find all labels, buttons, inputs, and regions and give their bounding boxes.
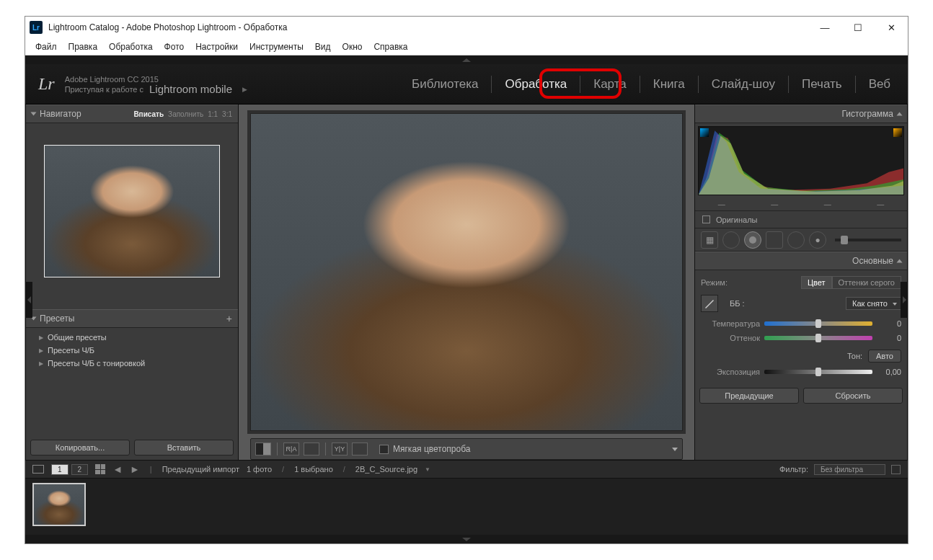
softproof-checkbox[interactable] <box>379 445 389 454</box>
loupe-view-icon[interactable] <box>255 443 271 455</box>
histogram-header[interactable]: Гистограмма <box>695 105 907 123</box>
module-print[interactable]: Печать <box>797 74 846 94</box>
temp-value[interactable]: 0 <box>877 319 901 328</box>
originals-row[interactable]: Оригиналы <box>695 211 907 228</box>
basic-header[interactable]: Основные <box>695 252 907 270</box>
menu-photo[interactable]: Фото <box>159 42 190 52</box>
current-filename: 2B_C_Source.jpg <box>355 465 417 474</box>
filmstrip[interactable] <box>25 479 908 535</box>
treatment-color[interactable]: Цвет <box>801 276 832 289</box>
wb-dropper-icon[interactable] <box>701 295 718 312</box>
exposure-value[interactable]: 0,00 <box>877 368 901 376</box>
right-panel-toggle[interactable] <box>901 282 908 318</box>
previous-button[interactable]: Предыдущие <box>699 388 799 404</box>
treatment-gray[interactable]: Оттенки серого <box>832 276 901 289</box>
add-preset-icon[interactable]: + <box>226 313 232 324</box>
module-map[interactable]: Карта <box>589 74 631 94</box>
prev-photo-icon[interactable]: ◄ <box>112 463 123 475</box>
filter-dropdown[interactable]: Без фильтра <box>814 464 885 475</box>
menu-settings[interactable]: Настройки <box>190 42 244 52</box>
menu-window[interactable]: Окно <box>337 42 368 52</box>
presets-header[interactable]: Пресеты + <box>26 309 238 328</box>
loupe-toolbar: R|A Y|Y Мягкая цветопроба <box>250 438 683 460</box>
close-button[interactable]: ✕ <box>875 17 908 38</box>
preset-folder[interactable]: ▶Общие пресеты <box>26 331 238 344</box>
histogram[interactable] <box>698 126 904 195</box>
module-book[interactable]: Книга <box>649 74 689 94</box>
toolbar-menu-icon[interactable] <box>672 448 678 451</box>
presets-title: Пресеты <box>40 314 74 324</box>
next-photo-icon[interactable]: ► <box>130 463 140 475</box>
originals-label: Оригиналы <box>716 215 758 224</box>
filter-label: Фильтр: <box>779 465 808 474</box>
temp-label: Температура <box>701 319 760 328</box>
wb-label: ББ : <box>730 299 745 308</box>
navigator-header[interactable]: Навигатор Вписать Заполнить 1:1 3:1 <box>26 105 238 123</box>
spot-tool-icon[interactable] <box>722 231 740 249</box>
softproof-label: Мягкая цветопроба <box>393 444 470 454</box>
bottom-panel-toggle[interactable] <box>25 535 908 543</box>
gradient-tool-icon[interactable] <box>766 231 783 249</box>
reset-button[interactable]: Сбросить <box>803 388 903 404</box>
tone-label: Тон: <box>847 352 862 360</box>
second-window-icon[interactable] <box>32 465 44 474</box>
originals-checkbox-icon[interactable] <box>702 215 710 223</box>
minimize-button[interactable]: — <box>808 17 841 38</box>
copy-button[interactable]: Копировать... <box>30 440 130 455</box>
filter-lock-icon[interactable] <box>891 465 901 474</box>
before-after-lr-icon[interactable]: R|A <box>283 443 299 455</box>
right-panel: Гистограмма ———— Оригиналы <box>694 105 908 460</box>
brand-mobile[interactable]: Lightroom mobile <box>149 84 232 94</box>
left-panel-toggle[interactable] <box>25 282 32 318</box>
page-2[interactable]: 2 <box>71 464 89 475</box>
tool-strip: ▦ ● <box>695 228 907 252</box>
brush-size-slider[interactable] <box>835 239 901 241</box>
compare-icon[interactable] <box>352 443 368 455</box>
menu-view[interactable]: Вид <box>309 42 337 52</box>
zoom-1-1[interactable]: 1:1 <box>208 110 218 118</box>
tint-value[interactable]: 0 <box>877 334 901 342</box>
navigator-title: Навигатор <box>40 109 81 119</box>
temp-slider[interactable] <box>764 321 872 326</box>
filmstrip-header: 1 2 ◄ ► | Предыдущий импорт 1 фото / 1 в… <box>25 460 908 479</box>
wb-dropdown[interactable]: Как снято <box>846 297 901 310</box>
treatment-label: Режим: <box>701 278 728 287</box>
zoom-3-1[interactable]: 3:1 <box>222 110 232 118</box>
menu-file[interactable]: Файл <box>30 42 63 52</box>
grid-view-icon[interactable] <box>95 464 105 474</box>
radial-tool-icon[interactable] <box>787 231 805 249</box>
page-1[interactable]: 1 <box>51 464 68 475</box>
module-develop[interactable]: Обработка <box>500 74 571 94</box>
maximize-button[interactable]: ☐ <box>841 17 875 38</box>
histogram-title: Гистограмма <box>842 109 893 119</box>
exposure-label: Экспозиция <box>701 368 760 376</box>
module-web[interactable]: Веб <box>865 74 895 94</box>
brush-tool-icon[interactable]: ● <box>809 231 826 249</box>
crop-tool-icon[interactable]: ▦ <box>701 231 718 249</box>
play-icon[interactable]: ▶ <box>242 84 247 94</box>
basic-title: Основные <box>852 256 893 266</box>
redeye-tool-icon[interactable] <box>744 231 761 249</box>
module-slideshow[interactable]: Слайд-шоу <box>707 74 779 94</box>
tint-slider[interactable] <box>764 336 872 340</box>
menu-develop[interactable]: Обработка <box>103 42 159 52</box>
image-canvas[interactable] <box>250 113 683 431</box>
menu-help[interactable]: Справка <box>368 42 413 52</box>
navigator-preview[interactable] <box>26 123 238 309</box>
exposure-slider[interactable] <box>764 370 872 374</box>
before-after-tb-icon[interactable] <box>304 443 319 455</box>
auto-tone-button[interactable]: Авто <box>868 350 901 363</box>
compare-yy-icon[interactable]: Y|Y <box>332 443 348 455</box>
menu-tools[interactable]: Инструменты <box>244 42 309 52</box>
filmstrip-thumb[interactable] <box>32 483 86 526</box>
top-panel-toggle[interactable] <box>25 55 908 64</box>
zoom-fill[interactable]: Заполнить <box>168 110 203 118</box>
source-label[interactable]: Предыдущий импорт <box>162 465 239 474</box>
module-library[interactable]: Библиотека <box>407 74 482 94</box>
zoom-fit[interactable]: Вписать <box>133 110 164 118</box>
module-picker: Lr Adobe Lightroom CC 2015 Приступая к р… <box>25 64 908 105</box>
preset-folder[interactable]: ▶Пресеты Ч/Б с тонировкой <box>26 357 238 370</box>
menu-edit[interactable]: Правка <box>63 42 104 52</box>
paste-button[interactable]: Вставить <box>134 440 234 455</box>
preset-folder[interactable]: ▶Пресеты Ч/Б <box>26 344 238 357</box>
